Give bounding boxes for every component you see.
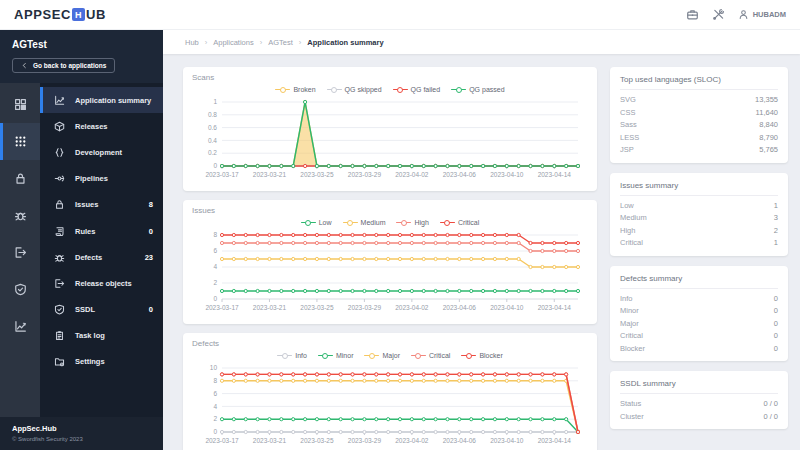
user-menu[interactable]: HUBADM xyxy=(738,9,786,20)
app-logo[interactable]: APPSECHUB xyxy=(14,7,106,22)
summary-row-value: 3 xyxy=(774,212,778,225)
legend-item-broken[interactable]: Broken xyxy=(275,86,315,94)
legend-label: Medium xyxy=(361,219,386,226)
summary-row-value: 11,640 xyxy=(756,107,778,120)
summary-row-label: Info xyxy=(620,293,633,306)
sidebar-item-ssdl[interactable]: SSDL0 xyxy=(40,297,163,323)
clipboard-icon xyxy=(54,330,65,341)
summary-row-label: Low xyxy=(620,200,634,213)
sidebar-item-release-objects[interactable]: Release objects xyxy=(40,270,163,296)
svg-text:2023-03-25: 2023-03-25 xyxy=(300,171,334,178)
legend-marker-icon xyxy=(327,86,342,94)
svg-text:2023-03-17: 2023-03-17 xyxy=(205,171,239,178)
svg-text:8: 8 xyxy=(213,231,217,238)
summary-row-high: High2 xyxy=(620,225,778,238)
sidebar-item-settings[interactable]: Settings xyxy=(40,349,163,375)
summary-card-top-used-languages-sloc: Top used languages (SLOC)SVG13,355CSS11,… xyxy=(610,67,788,163)
sidebar-footer: AppSec.Hub © Swordfish Security 2023 xyxy=(0,417,163,450)
svg-text:6: 6 xyxy=(213,390,217,397)
svg-text:2023-04-06: 2023-04-06 xyxy=(443,304,477,311)
summary-row-medium: Medium3 xyxy=(620,212,778,225)
exit-icon xyxy=(54,278,65,289)
summary-row-low: Low1 xyxy=(620,200,778,213)
svg-text:2023-04-02: 2023-04-02 xyxy=(395,171,429,178)
tools-icon[interactable] xyxy=(712,8,725,21)
legend-label: QG skipped xyxy=(345,86,382,93)
chart-title: Scans xyxy=(192,73,588,82)
chart-legend: LowMediumHighCritical xyxy=(192,216,588,229)
rail-item-exit[interactable] xyxy=(0,234,40,271)
legend-item-high[interactable]: High xyxy=(396,219,428,227)
chart-legend: BrokenQG skippedQG failedQG passed xyxy=(192,83,588,96)
user-icon xyxy=(738,9,749,20)
rail-item-shield-check[interactable] xyxy=(0,271,40,308)
bug-icon xyxy=(54,252,65,263)
sidebar-item-releases[interactable]: Releases xyxy=(40,113,163,139)
rail-item-chart-line[interactable] xyxy=(0,308,40,345)
sidebar-item-task-log[interactable]: Task log xyxy=(40,323,163,349)
package-icon xyxy=(54,121,65,132)
apps-grid-icon xyxy=(14,135,27,148)
summary-row-less: LESS8,790 xyxy=(620,132,778,145)
rail-item-bug[interactable] xyxy=(0,197,40,234)
application-name: AGTest xyxy=(12,39,151,50)
dashboard-icon xyxy=(14,98,27,111)
breadcrumb-agtest[interactable]: AGTest xyxy=(268,38,293,47)
legend-item-critical[interactable]: Critical xyxy=(440,219,479,227)
legend-item-qg-failed[interactable]: QG failed xyxy=(393,86,441,94)
svg-text:2023-03-21: 2023-03-21 xyxy=(253,437,287,444)
summary-card-title: Issues summary xyxy=(620,181,778,196)
legend-label: Critical xyxy=(429,352,450,359)
legend-item-low[interactable]: Low xyxy=(301,219,332,227)
summary-card-title: Defects summary xyxy=(620,274,778,289)
breadcrumb-applications[interactable]: Applications xyxy=(213,38,253,47)
rail-item-dashboard[interactable] xyxy=(0,86,40,123)
svg-text:0.8: 0.8 xyxy=(208,111,217,118)
svg-text:10: 10 xyxy=(210,364,218,371)
logo-text-suffix: UB xyxy=(86,7,106,22)
sidebar-item-rules[interactable]: Rules0 xyxy=(40,218,163,244)
sidebar-item-defects[interactable]: Defects23 xyxy=(40,244,163,270)
legend-item-major[interactable]: Major xyxy=(364,352,400,360)
sidebar-item-development[interactable]: Development xyxy=(40,139,163,165)
summary-row-blocker: Blocker0 xyxy=(620,343,778,356)
legend-item-blocker[interactable]: Blocker xyxy=(461,352,502,360)
summary-card-title: Top used languages (SLOC) xyxy=(620,75,778,90)
summary-row-label: LESS xyxy=(620,132,639,145)
summary-row-info: Info0 xyxy=(620,293,778,306)
legend-item-critical[interactable]: Critical xyxy=(411,352,450,360)
legend-label: Minor xyxy=(336,352,354,359)
breadcrumb-hub[interactable]: Hub xyxy=(185,38,199,47)
summary-row-value: 8,840 xyxy=(759,119,778,132)
shield-check-icon xyxy=(14,283,27,296)
summary-row-label: Blocker xyxy=(620,343,645,356)
summary-row-css: CSS11,640 xyxy=(620,107,778,120)
svg-text:2023-03-21: 2023-03-21 xyxy=(253,171,287,178)
legend-label: QG passed xyxy=(469,86,504,93)
back-to-applications-button[interactable]: Go back to applications xyxy=(12,58,115,73)
legend-item-minor[interactable]: Minor xyxy=(318,352,354,360)
rail-item-apps-grid[interactable] xyxy=(0,123,40,160)
pipeline-icon xyxy=(54,173,65,184)
legend-item-qg-skipped[interactable]: QG skipped xyxy=(327,86,382,94)
legend-item-info[interactable]: Info xyxy=(277,352,307,360)
svg-text:2: 2 xyxy=(213,415,217,422)
summary-row-value: 2 xyxy=(774,225,778,238)
sidebar-item-label: Rules xyxy=(75,227,149,236)
sidebar-item-application-summary[interactable]: Application summary xyxy=(40,87,163,113)
legend-item-medium[interactable]: Medium xyxy=(343,219,386,227)
legend-label: Major xyxy=(382,352,400,359)
legend-marker-icon xyxy=(301,219,316,227)
briefcase-icon[interactable] xyxy=(686,8,699,21)
rail-item-lock[interactable] xyxy=(0,160,40,197)
summary-row-label: Status xyxy=(620,398,641,411)
summary-row-critical: Critical1 xyxy=(620,237,778,250)
svg-text:4: 4 xyxy=(213,263,217,270)
shield-check-icon xyxy=(54,304,65,315)
legend-item-qg-passed[interactable]: QG passed xyxy=(451,86,504,94)
sidebar-item-pipelines[interactable]: Pipelines xyxy=(40,166,163,192)
folder-gear-icon xyxy=(54,356,65,367)
svg-text:2023-04-10: 2023-04-10 xyxy=(490,437,524,444)
sidebar-item-issues[interactable]: Issues8 xyxy=(40,192,163,218)
legend-label: Low xyxy=(319,219,332,226)
